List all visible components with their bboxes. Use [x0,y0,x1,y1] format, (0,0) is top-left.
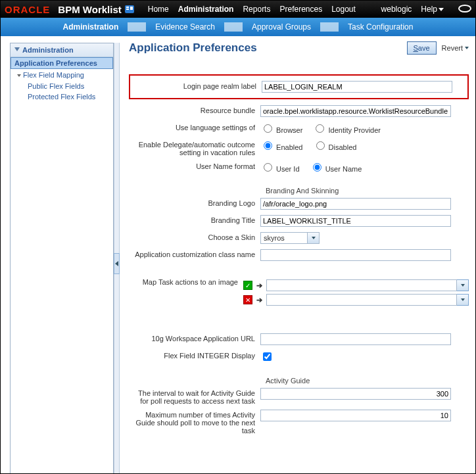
top-utility: weblogic Help [381,5,471,14]
oracle-logo: ORACLE [5,4,50,15]
checkbox-flex-int[interactable] [263,352,272,361]
revert-menu[interactable]: Revert [442,44,469,52]
subnav-administration[interactable]: Administration [54,22,128,32]
input-branding-logo[interactable] [260,198,451,210]
radio-user-id[interactable]: User Id [260,165,300,173]
label-branding-title: Branding Title [129,214,260,224]
label-ag-max-poll: Maximum number of times Activity Guide s… [129,409,260,435]
app-title: BPM Worklist [58,4,121,15]
global-header: ORACLE BPM Worklist Home Administration … [1,1,475,18]
label-ag-interval: The interval to wait for Activity Guide … [129,387,260,405]
arrow-right-icon: ➔ [256,296,262,304]
svg-rect-1 [126,7,129,8]
map-task-row-add: ✓ ➔ [243,279,469,291]
splitter-grip[interactable] [114,253,120,274]
input-ag-max-poll[interactable] [260,410,451,421]
chevron-down-icon [465,47,469,49]
nav-home[interactable]: Home [148,5,169,14]
label-customization-class: Application customization class name [129,249,260,258]
save-button[interactable]: Save [407,41,437,55]
nav-preferences[interactable]: Preferences [279,5,322,14]
svg-marker-6 [14,47,20,51]
help-menu[interactable]: Help [421,5,444,14]
sidebar-item-protected-flex[interactable]: Protected Flex Fields [11,91,113,102]
dropdown-button[interactable] [457,294,469,306]
sidebar-header: Administration [11,43,113,57]
input-map-reject[interactable] [266,294,457,306]
subnav-evidence-search[interactable]: Evidence Search [146,22,224,32]
label-username-format: User Name format [129,160,260,170]
subnav-approval-groups[interactable]: Approval Groups [243,22,320,32]
sub-nav: Administration Evidence Search Approval … [1,18,475,36]
divider [128,22,146,32]
label-resource-bundle: Resource bundle [129,105,260,114]
radio-browser[interactable]: Browser [260,126,302,134]
input-login-realm[interactable] [262,81,452,93]
worklist-icon [124,5,135,14]
sidebar: Administration Application Preferences F… [10,43,114,474]
divider [320,22,339,32]
current-user: weblogic [381,5,412,14]
input-ag-interval[interactable] [260,388,451,400]
input-branding-title[interactable] [260,215,451,227]
svg-rect-2 [126,9,129,10]
svg-marker-4 [439,8,444,11]
label-delegate-outcome: Enable Delegate/automatic outcome settin… [129,139,260,156]
sidebar-item-public-flex[interactable]: Public Flex Fields [11,81,113,91]
subnav-task-configuration[interactable]: Task Configuration [339,22,422,32]
sidebar-item-app-prefs[interactable]: Application Preferences [11,57,113,69]
input-10g-url[interactable] [260,333,451,345]
arrow-right-icon: ➔ [256,281,262,290]
expand-icon[interactable] [17,74,21,77]
label-branding-logo: Branding Logo [129,197,260,207]
highlight-login-realm: Login page realm label [129,74,469,99]
sidebar-item-flex-mapping[interactable]: Flex Field Mapping [11,69,113,81]
check-icon[interactable]: ✓ [243,281,252,290]
x-icon[interactable]: ✕ [243,295,252,304]
select-skin[interactable]: skyros [260,232,320,244]
splitter[interactable] [114,43,120,474]
nav-logout[interactable]: Logout [331,5,356,14]
dropdown-button[interactable] [457,279,469,291]
input-customization-class[interactable] [260,249,451,261]
chevron-down-icon[interactable] [307,233,319,243]
nav-administration[interactable]: Administration [178,5,234,14]
label-choose-skin: Choose a Skin [129,231,260,241]
main-panel: Application Preferences Save Revert Logi… [120,36,475,473]
status-icon [458,5,471,14]
label-login-realm: Login page realm label [130,80,262,90]
svg-point-5 [459,5,471,12]
collapse-icon[interactable] [14,47,20,53]
label-flex-int-display: Flex Field INTEGER Display [129,350,260,360]
radio-delegate-enabled[interactable]: Enabled [260,143,302,151]
radio-delegate-disabled[interactable]: Disabled [313,143,357,151]
map-task-row-remove: ✕ ➔ [243,294,469,306]
chevron-down-icon [439,5,444,14]
svg-rect-3 [130,7,133,10]
label-language-settings: Use language settings of [129,122,260,131]
label-10g-url: 10g Workspace Application URL [129,333,260,343]
section-activity-guide: Activity Guide [266,377,469,385]
radio-identity-provider[interactable]: Identity Provider [312,126,381,134]
nav-reports[interactable]: Reports [243,5,270,14]
input-resource-bundle[interactable] [260,105,451,117]
section-branding: Branding And Skinning [266,187,469,195]
input-map-approve[interactable] [266,279,457,291]
label-map-task-actions: Map Task actions to an image [129,276,243,286]
page-title: Application Preferences [129,41,407,55]
svg-marker-7 [115,261,118,266]
top-nav: Home Administration Reports Preferences … [148,5,356,14]
divider [224,22,243,32]
radio-user-name[interactable]: User Name [310,165,362,173]
